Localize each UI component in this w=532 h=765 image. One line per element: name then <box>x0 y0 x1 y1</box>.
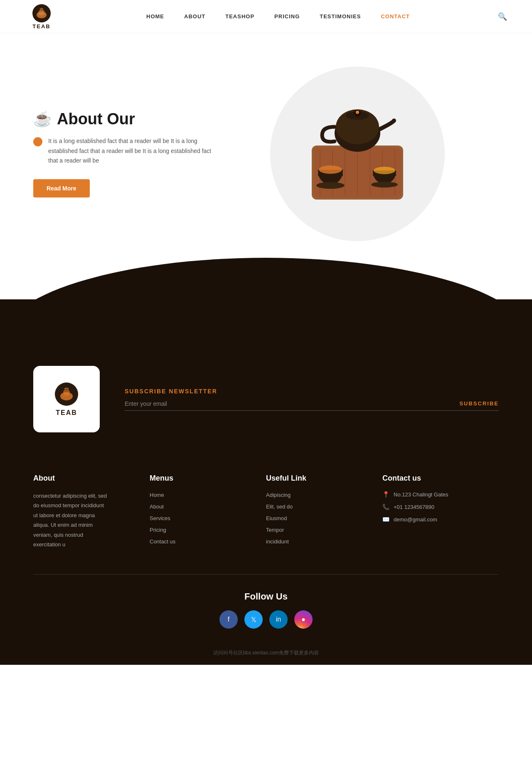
footer-columns: About consectetur adipiscing elit, sed d… <box>0 457 532 574</box>
svg-point-22 <box>374 167 395 174</box>
footer-about-text: consectetur adipiscing elit, sed do eius… <box>33 491 108 549</box>
about-description: It is a long established fact that a rea… <box>48 136 216 166</box>
about-image-circle <box>270 67 445 241</box>
logo[interactable]: TEAB <box>25 3 58 30</box>
about-section: ☕ About Our It is a long established fac… <box>0 33 532 266</box>
menu-contact[interactable]: Contact us <box>150 538 175 545</box>
useful-4[interactable]: Tempor <box>266 527 284 533</box>
newsletter-area: TEAB SUBSCRIBE NEWSLETTER SUBSCRIBE <box>0 366 532 457</box>
tea-cup-icon: ☕ <box>33 110 52 128</box>
svg-point-20 <box>316 182 345 189</box>
newsletter-right: SUBSCRIBE NEWSLETTER SUBSCRIBE <box>125 388 499 411</box>
about-image-area <box>216 67 499 241</box>
email-input[interactable] <box>125 400 459 407</box>
menu-services[interactable]: Services <box>150 515 170 521</box>
location-icon: 📍 <box>382 491 389 498</box>
read-more-button[interactable]: Read More <box>33 179 90 197</box>
newsletter-form: SUBSCRIBE <box>125 400 499 411</box>
contact-phone: 📞 +01 1234567890 <box>382 503 499 510</box>
footer-menus-title: Menus <box>150 474 266 483</box>
list-item: Pricing <box>150 526 266 533</box>
main-nav: HOME ABOUT TEASHOP PRICING TESTIMONIES C… <box>146 13 410 20</box>
orange-dot <box>33 137 42 146</box>
logo-text: TEAB <box>32 23 50 30</box>
about-content: ☕ About Our It is a long established fac… <box>33 110 216 197</box>
menu-pricing[interactable]: Pricing <box>150 527 166 533</box>
nav-testimonies[interactable]: TESTIMONIES <box>320 13 361 20</box>
svg-point-17 <box>356 111 359 114</box>
instagram-icon[interactable]: ● <box>294 610 313 629</box>
footer-about-col: About consectetur adipiscing elit, sed d… <box>33 474 150 549</box>
menu-home[interactable]: Home <box>150 492 164 498</box>
footer-logo-box: TEAB <box>33 366 100 432</box>
phone-icon: 📞 <box>382 503 389 510</box>
email-text: demo@gmail.com <box>394 516 437 523</box>
phone-text: +01 1234567890 <box>394 504 434 510</box>
newsletter-title: SUBSCRIBE NEWSLETTER <box>125 388 499 395</box>
follow-title: Follow Us <box>33 591 499 602</box>
footer-useful-col: Useful Link Adipiscing Elit, sed do Eius… <box>266 474 382 549</box>
search-icon[interactable]: 🔍 <box>498 12 507 21</box>
list-item: Services <box>150 514 266 522</box>
social-icons: f 𝕏 in ● <box>33 610 499 629</box>
subscribe-button[interactable]: SUBSCRIBE <box>459 400 499 407</box>
follow-section: Follow Us f 𝕏 in ● <box>33 574 499 641</box>
svg-point-23 <box>371 182 398 188</box>
footer-contact-col: Contact us 📍 No.123 Chalingt Gates 📞 +01… <box>382 474 499 549</box>
watermark: 访问叫号社区bbs.xienlao.com免费下载更多内容 <box>0 641 532 665</box>
email-icon: ✉️ <box>382 516 389 523</box>
svg-point-26 <box>63 389 70 396</box>
footer-useful-title: Useful Link <box>266 474 382 483</box>
footer-logo-text: TEAB <box>56 409 77 417</box>
footer-menus-list: Home About Services Pricing Contact us <box>150 491 266 545</box>
facebook-icon[interactable]: f <box>219 610 238 629</box>
footer-contact-title: Contact us <box>382 474 499 483</box>
watermark-text: 访问叫号社区bbs.xienlao.com免费下载更多内容 <box>213 650 319 656</box>
contact-email: ✉️ demo@gmail.com <box>382 516 499 523</box>
list-item: Contact us <box>150 538 266 545</box>
dark-section: TEAB SUBSCRIBE NEWSLETTER SUBSCRIBE Abou… <box>0 299 532 665</box>
address-text: No.123 Chalingt Gates <box>394 491 448 498</box>
nav-teashop[interactable]: TEASHOP <box>225 13 254 20</box>
linkedin-icon[interactable]: in <box>269 610 288 629</box>
svg-point-3 <box>39 9 44 14</box>
list-item: Eiusmod <box>266 514 382 522</box>
useful-2[interactable]: Elit, sed do <box>266 503 293 510</box>
nav-home[interactable]: HOME <box>146 13 164 20</box>
nav-contact[interactable]: CONTACT <box>381 13 410 20</box>
nav-pricing[interactable]: PRICING <box>274 13 300 20</box>
list-item: Home <box>150 491 266 498</box>
list-item: Elit, sed do <box>266 503 382 510</box>
useful-3[interactable]: Eiusmod <box>266 515 287 521</box>
nav-about[interactable]: ABOUT <box>184 13 205 20</box>
list-item: Tempor <box>266 526 382 533</box>
footer-useful-list: Adipiscing Elit, sed do Eiusmod Tempor i… <box>266 491 382 545</box>
list-item: Adipiscing <box>266 491 382 498</box>
contact-address: 📍 No.123 Chalingt Gates <box>382 491 499 498</box>
footer-menus-col: Menus Home About Services Pricing Contac… <box>150 474 266 549</box>
useful-5[interactable]: incididunt <box>266 538 289 545</box>
twitter-icon[interactable]: 𝕏 <box>244 610 263 629</box>
list-item: incididunt <box>266 538 382 545</box>
footer-about-title: About <box>33 474 150 483</box>
svg-point-19 <box>319 165 342 174</box>
menu-about[interactable]: About <box>150 503 164 510</box>
list-item: About <box>150 503 266 510</box>
useful-1[interactable]: Adipiscing <box>266 492 291 498</box>
about-heading: About Our <box>57 110 135 128</box>
